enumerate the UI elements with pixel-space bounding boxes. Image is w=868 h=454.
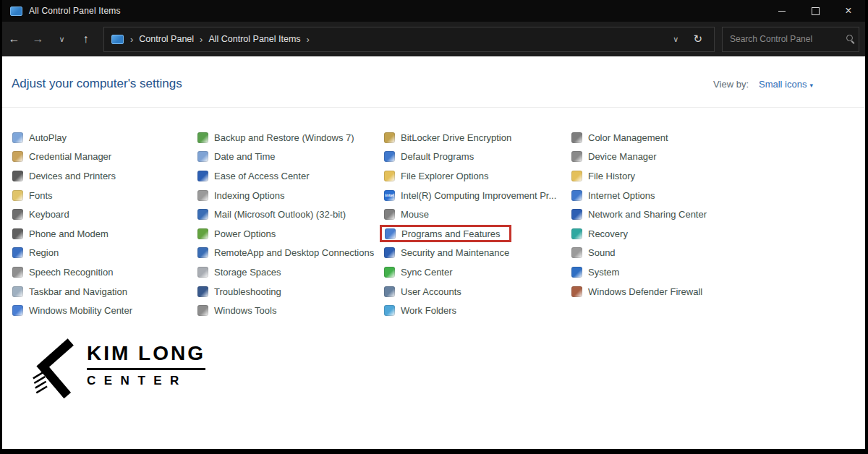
devices-and-printers-icon — [12, 171, 23, 181]
control-panel-item-work-folders[interactable]: Work Folders — [383, 302, 461, 320]
breadcrumb-separator: › — [198, 34, 204, 45]
item-label: Storage Spaces — [214, 267, 281, 278]
search-icon[interactable] — [845, 33, 856, 45]
control-panel-item-system[interactable]: System — [571, 263, 624, 280]
control-panel-item-mouse[interactable]: Mouse — [383, 206, 433, 223]
item-row: Device Manager — [571, 147, 711, 167]
item-row: Default Programs — [383, 147, 561, 167]
item-label: Default Programs — [401, 151, 474, 162]
search-input[interactable] — [723, 34, 845, 44]
control-panel-item-mail-microsoft-outlook-32-bit[interactable]: Mail (Microsoft Outlook) (32-bit) — [197, 206, 350, 223]
system-icon — [571, 267, 582, 278]
item-row: BitLocker Drive Encryption — [383, 128, 561, 147]
control-panel-item-keyboard[interactable]: Keyboard — [12, 206, 74, 223]
taskbar-icon — [12, 286, 23, 297]
control-panel-item-default-programs[interactable]: Default Programs — [383, 148, 478, 166]
refresh-button[interactable]: ↻ — [690, 33, 714, 46]
items-column-2: Backup and Restore (Windows 7)Date and T… — [197, 128, 378, 320]
item-label: RemoteApp and Desktop Connections — [214, 247, 374, 258]
control-panel-item-troubleshooting[interactable]: Troubleshooting — [197, 283, 286, 300]
recent-locations-button[interactable]: ∨ — [50, 35, 74, 44]
control-panel-item-file-history[interactable]: File History — [571, 167, 639, 184]
control-panel-item-remoteapp-and-desktop-connections[interactable]: RemoteApp and Desktop Connections — [197, 244, 378, 262]
backup-restore-icon — [197, 132, 208, 143]
item-label: Work Folders — [401, 305, 456, 316]
file-explorer-options-icon — [384, 171, 395, 181]
forward-button[interactable]: → — [26, 33, 50, 46]
back-icon: ← — [9, 33, 20, 45]
control-panel-item-sync-center[interactable]: Sync Center — [383, 263, 457, 280]
programs-and-features-icon — [385, 228, 396, 239]
device-manager-icon — [571, 151, 582, 162]
control-panel-item-storage-spaces[interactable]: Storage Spaces — [197, 263, 286, 280]
minimize-button[interactable] — [765, 0, 799, 22]
control-panel-item-bitlocker-drive-encryption[interactable]: BitLocker Drive Encryption — [383, 129, 516, 146]
indexing-options-icon — [197, 190, 208, 201]
remoteapp-icon — [197, 247, 208, 258]
item-row: File Explorer Options — [383, 166, 561, 186]
control-panel-item-speech-recognition[interactable]: Speech Recognition — [12, 263, 117, 280]
control-panel-item-power-options[interactable]: Power Options — [197, 225, 280, 242]
item-label: Programs and Features — [401, 228, 501, 239]
breadcrumb-separator: › — [129, 34, 135, 45]
control-panel-item-phone-and-modem[interactable]: Phone and Modem — [12, 225, 113, 242]
control-panel-item-credential-manager[interactable]: Credential Manager — [12, 148, 116, 166]
item-label: Keyboard — [29, 209, 69, 220]
control-panel-item-taskbar-and-navigation[interactable]: Taskbar and Navigation — [12, 283, 132, 300]
control-panel-item-region[interactable]: Region — [12, 244, 63, 262]
storage-spaces-icon — [197, 267, 208, 278]
item-label: Troubleshooting — [214, 286, 281, 297]
breadcrumb-control-panel[interactable]: Control Panel — [135, 34, 198, 44]
item-row: Mouse — [383, 205, 561, 224]
windows-tools-icon — [197, 305, 208, 316]
control-panel-item-windows-tools[interactable]: Windows Tools — [197, 302, 281, 320]
address-dropdown-button[interactable]: ∨ — [661, 35, 690, 44]
firewall-icon — [571, 286, 582, 297]
control-panel-item-date-and-time[interactable]: Date and Time — [197, 148, 280, 166]
control-panel-item-sound[interactable]: Sound — [571, 244, 620, 262]
item-label: Region — [29, 247, 59, 258]
view-by-dropdown[interactable]: Small icons▾ — [759, 79, 813, 90]
control-panel-item-autoplay[interactable]: AutoPlay — [12, 129, 71, 146]
control-panel-item-user-accounts[interactable]: User Accounts — [383, 283, 466, 300]
item-row: Keyboard — [12, 205, 137, 224]
control-panel-item-backup-and-restore-windows-7[interactable]: Backup and Restore (Windows 7) — [197, 129, 359, 146]
item-label: Sound — [588, 247, 616, 258]
address-bar[interactable]: › Control Panel › All Control Panel Item… — [103, 27, 715, 52]
item-label: Windows Tools — [214, 305, 276, 316]
fonts-icon — [12, 190, 23, 201]
control-panel-item-security-and-maintenance[interactable]: Security and Maintenance — [383, 244, 514, 262]
control-panel-item-intel-r-computing-improvement-pr[interactable]: intelIntel(R) Computing Improvement Pr..… — [383, 187, 561, 204]
item-row: Date and Time — [197, 147, 378, 167]
control-panel-item-network-and-sharing-center[interactable]: Network and Sharing Center — [571, 206, 711, 223]
item-row: Mail (Microsoft Outlook) (32-bit) — [197, 205, 378, 224]
control-panel-item-recovery[interactable]: Recovery — [571, 225, 632, 242]
control-panel-item-windows-mobility-center[interactable]: Windows Mobility Center — [12, 302, 137, 320]
item-row: Storage Spaces — [197, 262, 378, 282]
back-button[interactable]: ← — [2, 33, 26, 46]
control-panel-item-indexing-options[interactable]: Indexing Options — [197, 187, 289, 204]
logo-text-kim-long: KIM LONG — [87, 342, 205, 370]
control-panel-item-color-management[interactable]: Color Management — [571, 129, 673, 146]
control-panel-item-programs-and-features[interactable]: Programs and Features — [380, 225, 511, 242]
item-row: Speech Recognition — [12, 262, 137, 282]
control-panel-item-devices-and-printers[interactable]: Devices and Printers — [12, 167, 120, 184]
autoplay-icon — [12, 132, 23, 143]
control-panel-item-file-explorer-options[interactable]: File Explorer Options — [383, 167, 493, 184]
item-label: Intel(R) Computing Improvement Pr... — [401, 190, 556, 201]
control-panel-item-ease-of-access-center[interactable]: Ease of Access Center — [197, 167, 314, 184]
control-panel-item-internet-options[interactable]: Internet Options — [571, 187, 660, 204]
maximize-button[interactable] — [799, 0, 832, 22]
item-label: File Explorer Options — [401, 171, 488, 181]
control-panel-item-windows-defender-firewall[interactable]: Windows Defender Firewall — [571, 283, 707, 300]
maximize-icon — [812, 7, 820, 15]
file-history-icon — [571, 171, 582, 181]
close-button[interactable]: × — [832, 0, 865, 22]
title-bar: All Control Panel Items × — [2, 0, 865, 22]
control-panel-item-device-manager[interactable]: Device Manager — [571, 148, 661, 166]
keyboard-icon — [12, 209, 23, 220]
breadcrumb-all-control-panel-items[interactable]: All Control Panel Items — [204, 34, 305, 44]
control-panel-item-fonts[interactable]: Fonts — [12, 187, 57, 204]
up-button[interactable]: ↑ — [74, 33, 98, 46]
default-programs-icon — [384, 151, 395, 162]
